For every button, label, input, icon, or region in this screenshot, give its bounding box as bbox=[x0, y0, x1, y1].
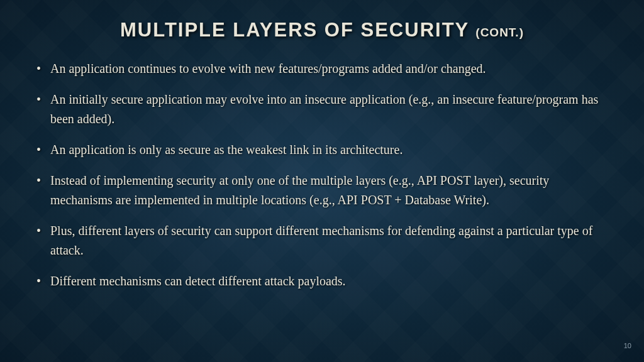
list-item: Plus, different layers of security can s… bbox=[36, 221, 613, 260]
page-number: 10 bbox=[624, 342, 631, 349]
bullet-list: An application continues to evolve with … bbox=[31, 59, 613, 291]
list-item: Instead of implementing security at only… bbox=[36, 171, 613, 210]
slide-container: MULTIPLE LAYERS OF SECURITY (CONT.) An a… bbox=[0, 0, 644, 362]
title-main: MULTIPLE LAYERS OF SECURITY bbox=[120, 19, 469, 41]
list-item: Different mechanisms can detect differen… bbox=[36, 272, 613, 291]
slide-title: MULTIPLE LAYERS OF SECURITY (CONT.) bbox=[31, 19, 613, 41]
title-suffix: (CONT.) bbox=[475, 26, 524, 39]
list-item: An application is only as secure as the … bbox=[36, 140, 613, 160]
list-item: An initially secure application may evol… bbox=[36, 90, 613, 129]
list-item: An application continues to evolve with … bbox=[36, 59, 613, 79]
